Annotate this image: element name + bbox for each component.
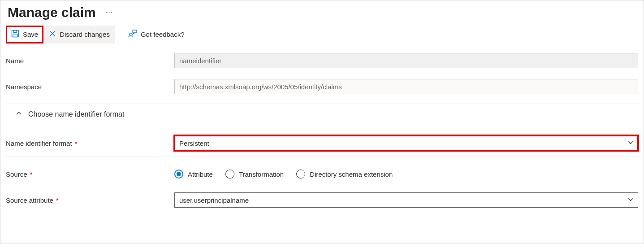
save-icon — [11, 30, 19, 39]
discard-label: Discard changes — [60, 30, 110, 38]
name-label: Name — [5, 57, 174, 65]
format-label: Name identifier format — [6, 139, 72, 147]
svg-point-3 — [130, 33, 132, 36]
feedback-label: Got feedback? — [141, 30, 185, 38]
source-label: Source — [6, 170, 27, 178]
name-identifier-format-select[interactable]: Persistent — [174, 135, 638, 151]
divider — [5, 157, 639, 157]
source-attribute-radio[interactable]: Attribute — [174, 170, 213, 179]
close-icon — [49, 30, 56, 39]
page-title: Manage claim — [8, 5, 96, 20]
required-indicator: * — [75, 139, 78, 147]
name-identifier-format-section[interactable]: Choose name identifier format — [5, 104, 639, 125]
save-label: Save — [23, 30, 38, 38]
source-attribute-label: Source attribute — [6, 196, 53, 204]
namespace-field — [174, 79, 638, 94]
source-transformation-radio[interactable]: Transformation — [225, 170, 284, 179]
radio-label: Directory schema extension — [310, 170, 393, 178]
feedback-button[interactable]: Got feedback? — [123, 26, 190, 44]
section-label: Choose name identifier format — [28, 110, 124, 118]
save-button[interactable]: Save — [6, 26, 43, 44]
svg-rect-4 — [133, 30, 137, 33]
chevron-up-icon — [16, 110, 22, 118]
svg-rect-2 — [13, 34, 17, 37]
source-directory-schema-radio[interactable]: Directory schema extension — [296, 170, 393, 179]
feedback-icon — [128, 30, 137, 39]
name-field — [174, 53, 638, 68]
source-attribute-value: user.userprincipalname — [179, 196, 249, 204]
toolbar: Save Discard changes Got feedback? — [0, 24, 644, 45]
discard-button[interactable]: Discard changes — [43, 26, 115, 44]
toolbar-separator — [119, 29, 119, 40]
required-indicator: * — [56, 196, 59, 204]
radio-label: Transformation — [239, 170, 284, 178]
source-attribute-select[interactable]: user.userprincipalname — [174, 192, 638, 208]
format-value: Persistent — [179, 139, 209, 147]
overflow-menu-icon[interactable]: ··· — [106, 9, 113, 17]
radio-label: Attribute — [188, 170, 213, 178]
namespace-label: Namespace — [5, 83, 174, 91]
source-radio-group: Attribute Transformation Directory schem… — [174, 168, 638, 180]
svg-rect-1 — [13, 30, 17, 33]
required-indicator: * — [30, 170, 33, 178]
